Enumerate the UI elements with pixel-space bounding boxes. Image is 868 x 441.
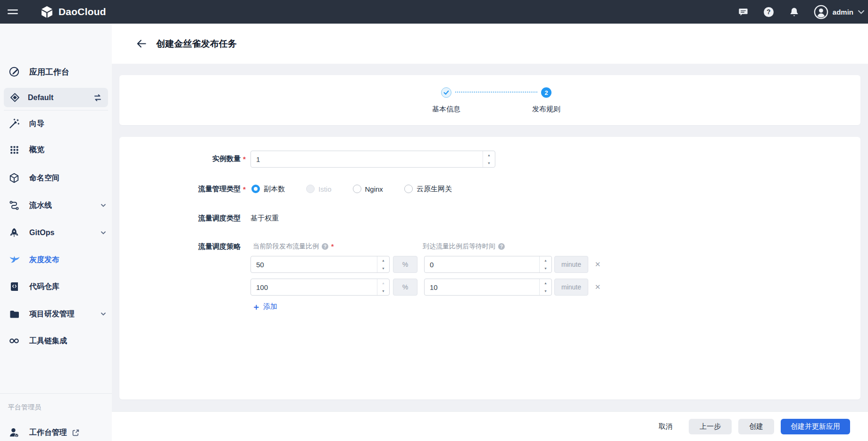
sidebar: 应用工作台 Default <box>0 24 112 441</box>
remove-row-icon[interactable]: ✕ <box>593 260 602 269</box>
create-button[interactable]: 创建 <box>738 419 774 434</box>
chevron-down-icon <box>100 203 106 208</box>
spinner-down-icon[interactable]: ▼ <box>377 287 389 295</box>
number-spinner[interactable]: ▲ ▼ <box>539 279 551 295</box>
topbar-actions: ? admin <box>738 5 868 19</box>
notifications-bell-icon[interactable] <box>789 7 800 17</box>
required-mark: * <box>243 154 246 164</box>
bird-icon <box>8 254 20 266</box>
sidebar-item-label: 代码仓库 <box>29 282 59 292</box>
add-strategy-row-button[interactable]: ＋ 添加 <box>252 302 277 311</box>
strategy-row-wait-field: ▲ ▼ <box>424 279 552 296</box>
column-header-label: 当前阶段发布流量比例 <box>253 242 319 251</box>
spinner-up-icon[interactable]: ▲ <box>377 256 389 264</box>
radio-disabled-icon <box>306 185 315 193</box>
chevron-down-icon <box>100 312 106 316</box>
username[interactable]: admin <box>833 8 853 16</box>
minute-unit-addon: minute <box>554 256 588 273</box>
radio-option-nginx[interactable]: Nginx <box>353 185 383 193</box>
sidebar-item-app-workbench[interactable]: 应用工作台 <box>0 62 112 81</box>
sidebar-item-canary-release[interactable]: 灰度发布 <box>0 248 112 271</box>
strategy-label: 流量调度策略 <box>119 242 241 251</box>
spinner-down-icon[interactable]: ▼ <box>483 159 495 167</box>
schedule-type-value: 基于权重 <box>250 213 279 223</box>
sidebar-item-pipeline[interactable]: 流水线 <box>0 194 112 217</box>
workbench-icon <box>8 66 20 78</box>
messages-icon[interactable] <box>738 7 749 17</box>
sidebar-item-overview[interactable]: 概览 <box>0 138 112 161</box>
previous-step-button[interactable]: 上一步 <box>689 419 732 434</box>
help-tooltip-icon[interactable]: ? <box>322 243 328 250</box>
cube-icon <box>8 172 20 184</box>
sidebar-item-label: 向导 <box>29 119 44 129</box>
spinner-up-icon[interactable]: ▲ <box>483 151 495 159</box>
app-root: DaoCloud ? <box>0 0 868 441</box>
radio-selected-icon[interactable] <box>251 185 260 193</box>
brand[interactable]: DaoCloud <box>41 6 106 18</box>
stepper-card: 2 基本信息 发布规则 <box>119 75 860 125</box>
radio-unselected-icon[interactable] <box>404 185 413 193</box>
spinner-up-icon[interactable]: ▲ <box>540 279 551 287</box>
sidebar-item-toolchain[interactable]: 工具链集成 <box>0 330 112 352</box>
number-spinner[interactable]: ▲ ▼ <box>377 256 389 272</box>
number-spinner[interactable]: ▲ ▼ <box>483 151 495 167</box>
sidebar-item-label: 项目研发管理 <box>29 309 75 319</box>
number-spinner[interactable]: ▲ ▼ <box>539 256 551 272</box>
pipeline-icon <box>8 200 20 211</box>
instance-count-field: ▲ ▼ <box>250 151 495 168</box>
cancel-button[interactable]: 取消 <box>653 419 678 434</box>
page-title: 创建金丝雀发布任务 <box>156 38 237 50</box>
step-1-done-indicator <box>441 87 451 98</box>
help-tooltip-icon[interactable]: ? <box>498 243 505 250</box>
spinner-down-icon[interactable]: ▼ <box>540 264 551 272</box>
spinner-up-icon[interactable]: ▲ <box>540 256 551 264</box>
spinner-down-icon[interactable]: ▼ <box>377 264 389 272</box>
sidebar-item-wizard[interactable]: 向导 <box>0 112 112 135</box>
release-rule-form-card: 实例数量 * ▲ ▼ 流量管理类型 * 副本数 Istio <box>119 137 860 399</box>
infinity-icon <box>8 335 20 347</box>
menu-toggle-icon[interactable] <box>8 8 19 16</box>
step-number: 2 <box>544 89 548 96</box>
spinner-down-icon[interactable]: ▼ <box>540 287 551 295</box>
sidebar-item-workbench-management[interactable]: 工作台管理 <box>0 421 112 441</box>
column-header-label: 到达流量比例后等待时间 <box>423 242 495 251</box>
switch-workspace-icon[interactable] <box>93 93 102 102</box>
radio-unselected-icon[interactable] <box>353 185 361 193</box>
wait-input[interactable] <box>424 256 552 273</box>
sidebar-item-namespace[interactable]: 命名空间 <box>0 167 112 189</box>
sidebar-item-label: 工作台管理 <box>29 428 67 438</box>
folder-icon <box>8 309 20 319</box>
workspace-name: Default <box>28 93 53 102</box>
create-and-update-button[interactable]: 创建并更新应用 <box>781 419 850 434</box>
user-menu-chevron-down-icon[interactable] <box>858 10 864 14</box>
required-mark: * <box>243 185 246 194</box>
workspace-selector-default[interactable]: Default <box>4 88 108 107</box>
sidebar-divider <box>0 393 112 394</box>
workspace-icon <box>8 93 21 102</box>
sidebar-item-project-management[interactable]: 项目研发管理 <box>0 303 112 325</box>
percent-unit-addon: % <box>393 279 417 296</box>
wait-input[interactable] <box>424 279 552 296</box>
number-spinner[interactable]: ▲ ▼ <box>377 279 389 295</box>
user-avatar[interactable] <box>814 5 828 19</box>
sidebar-item-code-repo[interactable]: 代码仓库 <box>0 275 112 298</box>
remove-row-icon[interactable]: ✕ <box>593 282 602 292</box>
sidebar-item-gitops[interactable]: GitOps <box>0 221 112 244</box>
ratio-input[interactable] <box>250 256 390 273</box>
instance-count-input[interactable] <box>250 151 495 168</box>
radio-option-cloud-native-gateway[interactable]: 云原生网关 <box>404 185 452 194</box>
back-arrow-icon[interactable] <box>136 38 147 49</box>
topbar: DaoCloud ? <box>0 0 868 24</box>
radio-label: 副本数 <box>264 185 285 194</box>
traffic-type-radio-group: 副本数 Istio Nginx 云原生网关 <box>251 185 452 193</box>
sidebar-item-label: 概览 <box>29 145 44 155</box>
sidebar-item-label: 应用工作台 <box>29 67 69 77</box>
help-icon[interactable]: ? <box>764 7 774 17</box>
wand-icon <box>8 118 20 129</box>
radio-option-replicas[interactable]: 副本数 <box>251 185 285 194</box>
ratio-input[interactable] <box>250 279 390 296</box>
check-icon <box>443 90 449 95</box>
code-book-icon <box>8 281 20 292</box>
sidebar-item-label: GitOps <box>29 229 54 237</box>
radio-label: Nginx <box>365 185 383 193</box>
